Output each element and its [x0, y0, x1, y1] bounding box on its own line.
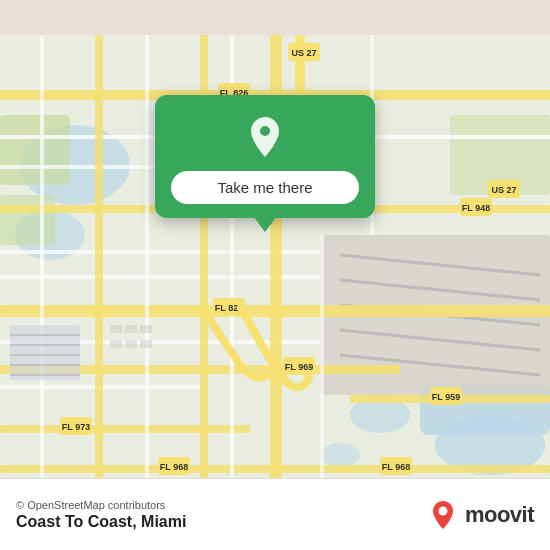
svg-rect-8 [0, 195, 55, 245]
svg-rect-62 [110, 340, 122, 348]
svg-rect-35 [145, 35, 149, 515]
take-me-there-button[interactable]: Take me there [171, 171, 359, 204]
moovit-label: moovit [465, 502, 534, 528]
moovit-logo: moovit [427, 499, 534, 531]
location-pin-icon [241, 113, 289, 161]
svg-text:FL 968: FL 968 [382, 462, 410, 472]
svg-text:FL 959: FL 959 [432, 392, 460, 402]
svg-rect-7 [0, 115, 70, 185]
svg-text:FL 948: FL 948 [462, 203, 490, 213]
svg-text:FL 973: FL 973 [62, 422, 90, 432]
svg-rect-59 [110, 325, 122, 333]
svg-rect-64 [140, 340, 152, 348]
svg-rect-30 [95, 35, 103, 515]
svg-text:FL 968: FL 968 [160, 462, 188, 472]
svg-rect-34 [40, 35, 44, 515]
svg-rect-61 [140, 325, 152, 333]
svg-text:FL 969: FL 969 [285, 362, 313, 372]
moovit-icon [427, 499, 459, 531]
svg-rect-37 [320, 235, 324, 515]
osm-attribution: © OpenStreetMap contributors [16, 499, 186, 511]
map-container: US 27 US 27 FL 826 FL 948 FL 826 FL 969 … [0, 0, 550, 550]
location-name: Coast To Coast, Miami [16, 513, 186, 531]
svg-rect-63 [125, 340, 137, 348]
svg-point-71 [260, 126, 270, 136]
svg-text:US 27: US 27 [491, 185, 516, 195]
bottom-bar: © OpenStreetMap contributors Coast To Co… [0, 478, 550, 550]
popup-card: Take me there [155, 95, 375, 218]
svg-text:US 27: US 27 [291, 48, 316, 58]
svg-rect-65 [10, 325, 80, 380]
svg-point-72 [438, 506, 447, 515]
svg-rect-20 [0, 425, 250, 433]
svg-point-6 [320, 443, 360, 467]
bottom-left-info: © OpenStreetMap contributors Coast To Co… [16, 499, 186, 531]
map-background: US 27 US 27 FL 826 FL 948 FL 826 FL 969 … [0, 0, 550, 550]
svg-rect-60 [125, 325, 137, 333]
